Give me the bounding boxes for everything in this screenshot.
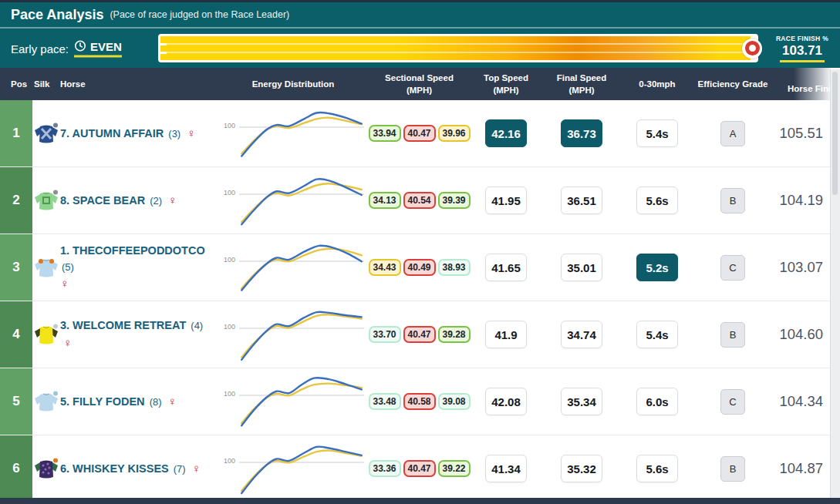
horse-name-link[interactable]: 7. AUTUMN AFFAIR	[60, 127, 164, 139]
race-finish-block: RACE FINISH % 103.71	[771, 35, 834, 62]
scrollbar-thumb[interactable]	[832, 72, 838, 195]
sectional-chip-mid: 40.47	[403, 125, 436, 142]
pace-analysis-panel: Pace Analysis (Pace of race judged on th…	[0, 0, 840, 504]
column-header-energy-distribution: Energy Distribution	[216, 78, 370, 90]
horse-draw-number: (7)	[174, 463, 186, 475]
energy-chart-cell: 100	[216, 368, 370, 435]
bottom-bar	[0, 498, 840, 504]
jockey-silk-icon	[33, 323, 59, 346]
horse-finish-cell: 104.19	[771, 167, 831, 234]
final-speed-cell: 35.01	[544, 234, 619, 301]
energy-chart-cell: 100	[216, 167, 370, 234]
position-cell: 1	[0, 100, 32, 166]
silk-cell	[32, 435, 60, 502]
sectional-chip-early: 34.43	[369, 259, 401, 276]
horse-finish-value: 104.34	[779, 393, 823, 410]
sectional-chip-mid: 40.54	[403, 192, 436, 209]
sectional-speed-cell: 33.70 40.47 39.28	[370, 301, 468, 368]
sectional-chip-mid: 40.58	[403, 393, 436, 410]
efficiency-grade-cell: B	[695, 167, 771, 234]
energy-axis-label: 100	[224, 323, 235, 331]
efficiency-grade-cell: A	[695, 100, 771, 166]
horse-name-cell: 3. WELCOME RETREAT (4) ♀	[60, 301, 216, 368]
final-speed-cell: 34.74	[544, 301, 619, 368]
energy-sparkline	[239, 103, 364, 163]
silk-cell	[32, 368, 60, 435]
efficiency-grade-badge: B	[720, 188, 745, 213]
top-speed-cell: 41.9	[468, 301, 544, 368]
final-speed-value: 34.74	[561, 321, 602, 348]
position-number: 4	[12, 327, 19, 342]
sectional-speed-cell: 33.48 40.58 39.08	[370, 368, 468, 435]
sectional-speed-cell: 34.13 40.54 39.39	[370, 167, 468, 234]
horse-draw-number: (4)	[191, 320, 203, 331]
female-symbol: ♀	[168, 193, 177, 207]
efficiency-grade-cell: B	[695, 435, 771, 502]
horse-name-cell: 1. THECOFFEEPODDOTCO (5) ♀	[60, 234, 216, 301]
zero-to-thirty-value: 5.2s	[636, 254, 678, 281]
energy-chart-cell: 100	[216, 234, 370, 301]
top-speed-cell: 42.08	[468, 368, 544, 435]
top-speed-value: 42.16	[485, 119, 527, 147]
table-row: 5 5. FILLY FODEN (8) ♀ 100 33.48 40.58 3…	[0, 368, 831, 435]
sectional-chip-early: 34.13	[369, 192, 401, 209]
position-cell: 3	[0, 234, 32, 301]
female-symbol: ♀	[60, 275, 213, 292]
race-finish-value: 103.71	[780, 42, 825, 62]
top-speed-value: 41.9	[485, 321, 527, 348]
page-subtitle: (Pace of race judged on the Race Leader)	[110, 9, 289, 20]
efficiency-grade-cell: C	[695, 368, 771, 435]
horse-name-link[interactable]: 6. WHISKEY KISSES	[60, 462, 169, 475]
position-number: 6	[12, 461, 19, 476]
title-bar: Pace Analysis (Pace of race judged on th…	[0, 0, 840, 29]
energy-sparkline	[239, 237, 364, 297]
zero-to-thirty-cell: 5.4s	[619, 301, 695, 368]
efficiency-grade-badge: B	[720, 456, 745, 482]
top-speed-value: 41.95	[485, 186, 527, 214]
female-symbol: ♀	[168, 395, 177, 408]
column-header-final-speed: Final Speed (MPH)	[544, 72, 619, 96]
top-speed-value: 41.65	[485, 254, 527, 281]
pace-gradient-bar	[158, 34, 758, 62]
horse-finish-cell: 104.87	[771, 435, 831, 502]
column-header-horse-finish: Horse Finish %	[771, 82, 831, 100]
zero-to-thirty-cell: 6.0s	[619, 368, 695, 435]
horse-name-link[interactable]: 1. THECOFFEEPODDOTCO	[60, 244, 205, 257]
horse-name-cell: 5. FILLY FODEN (8) ♀	[60, 368, 216, 435]
pace-bar-divider	[160, 52, 756, 53]
horse-finish-cell: 103.07	[771, 234, 831, 301]
horse-finish-cell: 105.51	[771, 100, 831, 166]
table-row: 2 8. SPACE BEAR (2) ♀ 100 34.13 40.54 39…	[0, 167, 831, 234]
early-pace-label: Early pace:	[11, 42, 69, 55]
efficiency-grade-cell: C	[695, 234, 771, 301]
pace-bar-divider	[160, 43, 756, 45]
vertical-scrollbar[interactable]	[830, 69, 840, 498]
jockey-silk-icon	[33, 457, 59, 480]
sectional-chip-late: 38.93	[438, 259, 471, 276]
column-header-sectional-speed: Sectional Speed (MPH)	[370, 72, 468, 96]
zero-to-thirty-value: 6.0s	[636, 388, 678, 415]
energy-axis-label: 100	[224, 122, 235, 129]
zero-to-thirty-value: 5.4s	[636, 119, 678, 147]
energy-sparkline	[239, 304, 364, 365]
horse-name-link[interactable]: 3. WELCOME RETREAT	[60, 319, 186, 331]
race-finish-label: RACE FINISH %	[771, 35, 834, 42]
sectional-chip-early: 33.70	[369, 326, 401, 343]
column-header-efficiency-grade: Efficiency Grade	[695, 78, 771, 90]
final-speed-cell: 36.51	[544, 167, 619, 234]
sectional-chip-mid: 40.47	[403, 326, 436, 343]
position-number: 5	[12, 394, 19, 409]
horse-draw-number: (8)	[150, 396, 162, 408]
early-pace: Early pace: EVEN	[11, 39, 122, 57]
top-speed-value: 41.34	[485, 455, 527, 482]
top-speed-cell: 41.65	[468, 234, 544, 301]
column-header-0-30mph: 0-30mph	[619, 78, 695, 90]
energy-sparkline	[239, 170, 364, 230]
efficiency-grade-badge: A	[720, 121, 745, 146]
sectional-speed-cell: 34.43 40.49 38.93	[370, 234, 468, 301]
column-header-pos: Pos	[0, 78, 32, 90]
horse-name-link[interactable]: 5. FILLY FODEN	[60, 395, 145, 408]
energy-axis-label: 100	[224, 390, 235, 398]
jockey-silk-icon	[33, 122, 59, 145]
horse-name-link[interactable]: 8. SPACE BEAR	[60, 194, 145, 207]
